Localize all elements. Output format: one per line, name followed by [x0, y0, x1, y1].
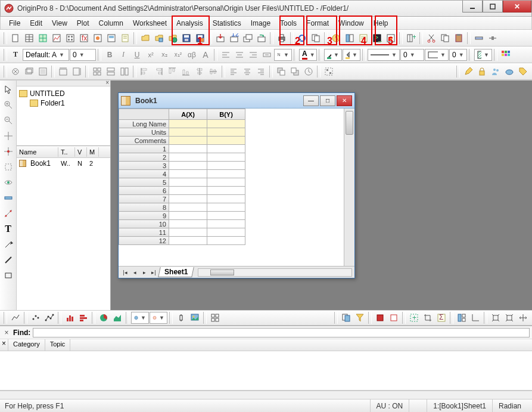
front-button[interactable]: [275, 65, 288, 78]
slider-button[interactable]: [486, 32, 499, 45]
fill-color-combo[interactable]: ▼: [343, 49, 360, 61]
pattern-combo[interactable]: ▼: [474, 49, 492, 61]
grid2-button[interactable]: [104, 65, 117, 78]
draw-data-tool[interactable]: [2, 207, 15, 220]
align-right-button[interactable]: [247, 48, 260, 61]
cloud-button[interactable]: [503, 65, 516, 78]
new-layout-button[interactable]: [105, 32, 118, 45]
row-longname[interactable]: Long Name: [119, 120, 169, 128]
new-matrix-button[interactable]: [64, 32, 77, 45]
column-plot-button[interactable]: [63, 311, 76, 324]
open-button[interactable]: [139, 32, 152, 45]
menu-format[interactable]: Format: [301, 18, 334, 29]
find-tab-topic[interactable]: Topic: [45, 339, 71, 351]
import-wizard-button[interactable]: [214, 32, 227, 45]
add-right-y-button[interactable]: [70, 65, 83, 78]
font-combo[interactable]: Default: A▼: [23, 49, 69, 61]
just-center-button[interactable]: [241, 65, 254, 78]
workbook-maximize[interactable]: □: [320, 95, 335, 106]
menu-statistics[interactable]: Statistics: [208, 18, 246, 29]
tag-button[interactable]: [517, 65, 530, 78]
duplicate-button[interactable]: [309, 32, 322, 45]
menu-worksheet[interactable]: Worksheet: [128, 18, 172, 29]
data-reader-tool[interactable]: [2, 145, 15, 158]
menu-view[interactable]: View: [47, 18, 72, 29]
increase-font-button[interactable]: A: [199, 48, 212, 61]
new-2dplot-button[interactable]: [91, 32, 104, 45]
align-b-button[interactable]: [179, 65, 192, 78]
new-function-button[interactable]: fx: [77, 32, 91, 45]
line-symbol-button[interactable]: [43, 311, 56, 324]
menu-edit[interactable]: Edit: [25, 18, 47, 29]
workbook-vscroll[interactable]: [344, 109, 354, 266]
sheet-nav-first[interactable]: |◂: [121, 268, 129, 277]
bar-plot-button[interactable]: [77, 311, 90, 324]
save-button[interactable]: [180, 32, 193, 45]
font-color-combo[interactable]: A▼: [299, 49, 317, 61]
row-8[interactable]: 8: [119, 203, 169, 212]
text-rotate-combo[interactable]: N▼: [274, 49, 292, 61]
copy-button[interactable]: [438, 32, 452, 45]
font-size-combo[interactable]: 0▼: [70, 49, 96, 61]
project-tree-close[interactable]: ×: [105, 79, 109, 86]
open-excel-button[interactable]: [166, 32, 179, 45]
zoom-range-button[interactable]: [472, 32, 486, 45]
row-9[interactable]: 9: [119, 212, 169, 220]
import-multiple-button[interactable]: [241, 32, 254, 45]
palette-button[interactable]: [499, 48, 512, 61]
workbook-close[interactable]: ✕: [337, 95, 352, 106]
tree-folder[interactable]: Folder1: [19, 98, 108, 108]
add-column-button[interactable]: +: [405, 32, 418, 45]
col-view[interactable]: V: [75, 147, 87, 157]
align-r-button[interactable]: [152, 65, 165, 78]
text-annotation-tool[interactable]: T: [2, 222, 15, 236]
roi-stats-button[interactable]: Σ: [435, 311, 448, 324]
align-l-button[interactable]: [138, 65, 151, 78]
template-library-button[interactable]: [209, 311, 222, 324]
pointer-tool[interactable]: [2, 83, 15, 96]
find-tab-category[interactable]: Category: [8, 339, 45, 351]
menu-file[interactable]: File: [4, 18, 25, 29]
workbook-titlebar[interactable]: Book1 — □ ✕: [119, 93, 354, 109]
find-hscroll[interactable]: [0, 391, 532, 399]
layer-button[interactable]: [23, 65, 36, 78]
just-right-button[interactable]: [254, 65, 267, 78]
zoom-out-tool[interactable]: [2, 114, 15, 127]
menu-image[interactable]: Image: [246, 18, 275, 29]
row-5[interactable]: 5: [119, 178, 169, 187]
mask-copy-button[interactable]: [340, 311, 353, 324]
cut-button[interactable]: [425, 32, 438, 45]
import-ascii-button[interactable]: 123: [228, 32, 241, 45]
tree-root[interactable]: UNTITLED: [19, 89, 108, 98]
edit-mode-button[interactable]: [462, 65, 475, 78]
align-center-button[interactable]: [233, 48, 246, 61]
new-excel-button[interactable]: [36, 32, 49, 45]
axis-mgr-button[interactable]: [469, 311, 482, 324]
lock-button[interactable]: [475, 65, 489, 78]
mask-filter-button[interactable]: [353, 311, 366, 324]
align-left-button[interactable]: [219, 48, 232, 61]
bold-button[interactable]: B: [103, 48, 116, 61]
pie-plot-button[interactable]: [97, 311, 110, 324]
contour-plot-combo[interactable]: ▼: [150, 312, 167, 324]
clock-button[interactable]: [302, 65, 315, 78]
new-notes-button[interactable]: [119, 32, 132, 45]
command-window-button[interactable]: >_: [371, 32, 384, 45]
text-tool-button[interactable]: T: [9, 48, 22, 61]
open-template-button[interactable]: [153, 32, 166, 45]
image-plot-button[interactable]: [188, 311, 201, 324]
align-hc-button[interactable]: [193, 65, 206, 78]
line-plot-button[interactable]: [9, 311, 22, 324]
reimport-button[interactable]: [255, 32, 268, 45]
col-type[interactable]: T..: [58, 147, 75, 157]
line-color-combo[interactable]: ▼: [324, 49, 342, 61]
people-button[interactable]: [489, 65, 502, 78]
project-grid-row[interactable]: Book1 W.. N 2: [17, 158, 110, 169]
screen-reader-tool[interactable]: [2, 129, 15, 143]
line-style-combo[interactable]: ▼: [368, 49, 400, 61]
arrow-tool[interactable]: [2, 238, 15, 251]
greek-button[interactable]: αβ: [185, 48, 198, 61]
worksheet-grid[interactable]: A(X)B(Y) Long Name Units Comments 1 2 3 …: [119, 109, 344, 266]
print-button[interactable]: [275, 32, 288, 45]
recalculate-button[interactable]: [329, 32, 343, 45]
